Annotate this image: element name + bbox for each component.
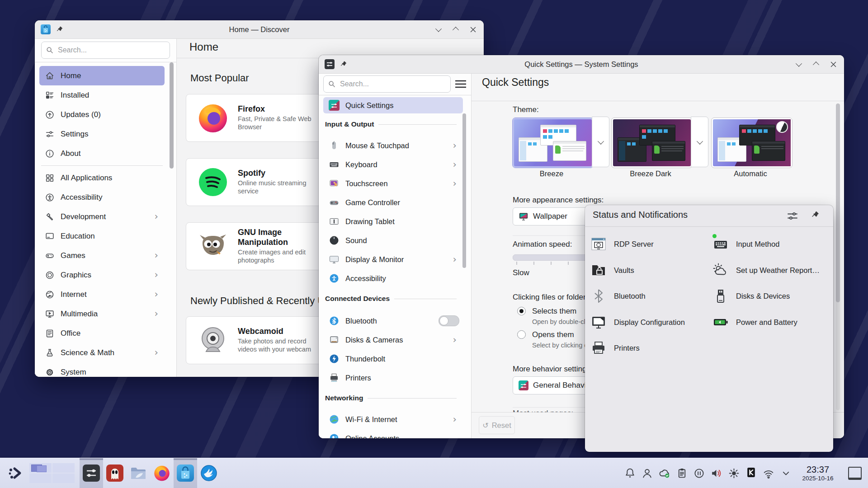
pager-desktop-2[interactable] [52, 463, 75, 473]
media-pause-icon[interactable] [693, 467, 705, 479]
sidebar-item-touchscreen[interactable]: Touchscreen› [323, 174, 463, 193]
close-button[interactable] [469, 26, 476, 33]
popup-item-vaults[interactable]: Vaults [590, 261, 634, 279]
sidebar-item-bluetooth[interactable]: Bluetooth [323, 311, 463, 330]
theme-card-breeze[interactable] [513, 118, 593, 168]
volume-icon[interactable] [710, 467, 723, 479]
cloud-sync-icon[interactable] [658, 467, 671, 479]
globe-color-icon [329, 414, 340, 425]
popup-item-printers[interactable]: Printers [590, 339, 640, 357]
popup-item-label: Printers [614, 344, 640, 352]
sidebar-item-mouse-touchpad[interactable]: Mouse & Touchpad› [323, 136, 463, 155]
taskbar-discover[interactable] [174, 458, 197, 488]
syssettings-content-scrollbar[interactable] [836, 103, 840, 302]
gamepad-icon [329, 197, 340, 208]
radio-selects-them[interactable] [517, 307, 526, 315]
syssettings-sidebar-scrollbar[interactable] [462, 113, 466, 268]
sidebar-item-printers[interactable]: Printers [323, 368, 463, 387]
accounts-icon [329, 433, 340, 438]
theme-breeze-dropdown[interactable] [592, 117, 609, 167]
popup-item-weather[interactable]: Set up Weather Report… [712, 261, 820, 279]
sidebar-item-accessibility[interactable]: Accessibility [323, 269, 463, 288]
taskbar-falkon[interactable] [197, 458, 221, 488]
app-launcher-button[interactable] [4, 458, 27, 488]
printers-icon [590, 340, 607, 356]
theme-breeze-dark-dropdown[interactable] [691, 117, 708, 167]
syssettings-titlebar[interactable]: Quick Settings — System Settings [319, 55, 844, 74]
sidebar-item-system[interactable]: System [39, 362, 165, 377]
configure-icon[interactable] [787, 211, 798, 221]
radio-opens-them[interactable] [517, 330, 526, 339]
sidebar-item-installed[interactable]: Installed [39, 85, 165, 105]
reset-button[interactable]: ↺ Reset [479, 416, 515, 434]
theme-card-automatic[interactable] [712, 118, 792, 168]
sidebar-item-office[interactable]: Office [39, 324, 165, 343]
sidebar-item-keyboard[interactable]: Keyboard› [323, 155, 463, 174]
show-desktop-button[interactable] [848, 467, 862, 480]
sidebar-item-sound[interactable]: Sound [323, 231, 463, 250]
sidebar-item-display-monitor[interactable]: Display & Monitor› [323, 250, 463, 269]
pager-desktop-3[interactable] [29, 474, 52, 483]
discover-search-input[interactable] [57, 46, 165, 55]
sidebar-item-development[interactable]: Development › [39, 207, 165, 226]
notifications-bell-icon[interactable] [624, 467, 636, 479]
sidebar-item-settings[interactable]: Settings [39, 124, 165, 144]
sidebar-item-internet[interactable]: Internet › [39, 285, 165, 304]
clipboard-icon[interactable] [676, 467, 688, 479]
theme-card-breeze-dark[interactable] [612, 118, 692, 168]
pager-desktop-4[interactable] [52, 474, 75, 483]
sidebar-item-thunderbolt[interactable]: Thunderbolt [323, 349, 463, 368]
minimize-button[interactable] [435, 26, 442, 33]
close-button[interactable] [830, 61, 837, 68]
syssettings-search[interactable] [323, 75, 451, 93]
sidebar-item-all-applications[interactable]: All Applications [39, 168, 165, 188]
popup-item-power-battery[interactable]: Power and Battery [712, 313, 797, 331]
discover-titlebar[interactable]: Home — Discover [35, 20, 484, 39]
accessibility-blue-icon [329, 273, 340, 284]
popup-item-rdp-server[interactable]: RDP Server [590, 235, 654, 253]
sidebar-item-games[interactable]: Games › [39, 246, 165, 265]
sidebar-item-wifi-internet[interactable]: Wi-Fi & Internet› [323, 410, 463, 429]
discover-sidebar-scrollbar[interactable] [170, 62, 174, 169]
slow-label: Slow [513, 268, 529, 277]
keyboard-layout-k-icon[interactable] [745, 466, 757, 480]
sidebar-item-disks-cameras[interactable]: Disks & Cameras› [323, 330, 463, 349]
sidebar-item-label: Thunderbolt [345, 355, 459, 363]
minimize-button[interactable] [795, 61, 802, 68]
syssettings-sidebar: Quick Settings Input & Output Mouse & To… [319, 74, 472, 438]
wifi-icon[interactable] [762, 467, 775, 479]
sidebar-item-online-accounts[interactable]: Online Accounts [323, 429, 463, 438]
user-icon[interactable] [641, 467, 653, 479]
sidebar-item-home[interactable]: Home [39, 66, 165, 85]
sidebar-item-quick-settings[interactable]: Quick Settings [323, 97, 463, 113]
popup-item-disks-devices[interactable]: Disks & Devices [712, 287, 790, 305]
tray-expand-chevron-icon[interactable] [780, 467, 792, 479]
pager-desktop-1[interactable] [29, 463, 52, 473]
brightness-icon[interactable] [728, 467, 740, 479]
sidebar-item-drawing-tablet[interactable]: Drawing Tablet [323, 212, 463, 231]
bluetooth-toggle[interactable] [439, 315, 459, 326]
sidebar-item-multimedia[interactable]: Multimedia › [39, 304, 165, 324]
popup-item-display-configuration[interactable]: Display Configuration [590, 313, 685, 331]
taskbar-ghostwriter[interactable] [103, 458, 127, 488]
discover-search[interactable] [41, 42, 170, 59]
taskbar-firefox[interactable] [150, 458, 174, 488]
taskbar-dolphin[interactable] [127, 458, 150, 488]
popup-item-input-method[interactable]: Input Method [712, 235, 779, 253]
pin-icon[interactable] [811, 211, 820, 221]
sidebar-item-game-controller[interactable]: Game Controller [323, 193, 463, 212]
virtual-desktop-pager[interactable] [27, 458, 77, 488]
maximize-button[interactable] [452, 26, 459, 33]
sidebar-item-accessibility[interactable]: Accessibility [39, 188, 165, 207]
sidebar-item-about[interactable]: About [39, 144, 165, 163]
maximize-button[interactable] [812, 61, 820, 68]
hamburger-menu-icon[interactable] [455, 80, 467, 89]
popup-item-bluetooth[interactable]: Bluetooth [590, 287, 646, 305]
sidebar-item-updates[interactable]: Updates (0) [39, 105, 165, 124]
clock[interactable]: 23:37 2025-10-16 [797, 465, 839, 482]
taskbar-system-settings[interactable] [80, 458, 103, 488]
sidebar-item-science-math[interactable]: Science & Math › [39, 343, 165, 362]
sidebar-item-graphics[interactable]: Graphics › [39, 265, 165, 285]
syssettings-search-input[interactable] [339, 80, 446, 89]
sidebar-item-education[interactable]: Education [39, 226, 165, 246]
